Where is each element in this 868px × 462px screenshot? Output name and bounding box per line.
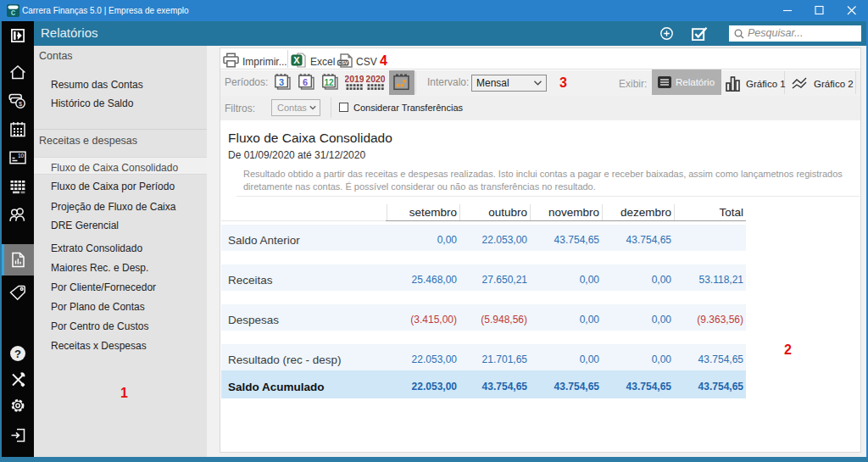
svg-text:CSV: CSV xyxy=(338,60,348,65)
svg-text:2019: 2019 xyxy=(345,75,364,84)
svg-text:3: 3 xyxy=(279,77,284,87)
svg-text:10: 10 xyxy=(18,153,25,159)
svg-text:?: ? xyxy=(14,348,21,360)
svg-text:12: 12 xyxy=(324,78,334,87)
svg-text:X: X xyxy=(293,55,300,65)
svg-text:6: 6 xyxy=(303,77,308,87)
svg-text:2020: 2020 xyxy=(366,75,385,84)
svg-text:c: c xyxy=(11,8,16,17)
